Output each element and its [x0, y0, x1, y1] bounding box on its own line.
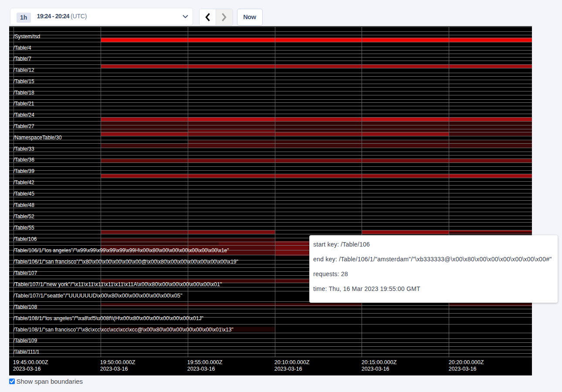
svg-text:/Table/4: /Table/4: [13, 45, 31, 51]
svg-text:/Table/21: /Table/21: [13, 101, 34, 107]
svg-text:/Table/106: /Table/106: [13, 236, 37, 242]
svg-text:/Table/27: /Table/27: [13, 123, 34, 129]
svg-text:/Table/48: /Table/48: [13, 202, 34, 208]
svg-text:/Table/55: /Table/55: [13, 225, 34, 231]
svg-text:2023-03-16: 2023-03-16: [100, 366, 128, 372]
svg-text:2023-03-16: 2023-03-16: [449, 366, 477, 372]
svg-text:2023-03-16: 2023-03-16: [187, 366, 215, 372]
svg-text:/Table/12: /Table/12: [13, 67, 34, 73]
svg-text:/Table/45: /Table/45: [13, 191, 34, 197]
svg-text:/NamespaceTable/30: /NamespaceTable/30: [13, 135, 61, 141]
svg-text:20:10:00.000Z: 20:10:00.000Z: [274, 359, 310, 365]
svg-text:/Table/33: /Table/33: [13, 146, 34, 152]
svg-text:/Table/109: /Table/109: [13, 338, 37, 344]
svg-text:/Table/42: /Table/42: [13, 179, 34, 186]
svg-text:/Table/52: /Table/52: [13, 213, 34, 220]
svg-text:/Table/108/1/"san francisco"/": /Table/108/1/"san francisco"/"\x8c\xcc\x…: [13, 327, 233, 333]
svg-text:20:15:00.000Z: 20:15:00.000Z: [362, 359, 397, 365]
svg-text:/Table/15: /Table/15: [13, 78, 34, 84]
svg-text:/System/tsd: /System/tsd: [13, 34, 40, 40]
svg-text:19:55:00.000Z: 19:55:00.000Z: [187, 359, 223, 365]
svg-text:/Table/106/1/"san francisco"/": /Table/106/1/"san francisco"/"\x80\x00\x…: [13, 259, 238, 265]
svg-text:/Table/36: /Table/36: [13, 157, 34, 163]
svg-text:/Table/108/1/"los angeles"/"\x: /Table/108/1/"los angeles"/"\xa8\xf5\u00…: [13, 315, 203, 321]
svg-text:/Table/107: /Table/107: [13, 270, 37, 276]
svg-text:20:20:00.000Z: 20:20:00.000Z: [449, 359, 484, 365]
svg-text:/Table/108: /Table/108: [13, 304, 37, 310]
svg-text:/Table/107/1/"new york"/"\x11\: /Table/107/1/"new york"/"\x11\x11\x11\x1…: [13, 281, 222, 287]
svg-text:/Table/39: /Table/39: [13, 168, 34, 174]
svg-text:2023-03-16: 2023-03-16: [362, 366, 389, 372]
svg-text:2023-03-16: 2023-03-16: [13, 366, 41, 372]
svg-text:/Table/24: /Table/24: [13, 112, 34, 118]
svg-text:19:45:00.000Z: 19:45:00.000Z: [13, 359, 48, 365]
svg-text:/Table/106/1/"los angeles"/"\x: /Table/106/1/"los angeles"/"\x99\x99\x99…: [13, 247, 229, 253]
svg-text:19:50:00.000Z: 19:50:00.000Z: [100, 359, 135, 365]
svg-text:/Table/7: /Table/7: [13, 56, 31, 62]
svg-text:/Table/107/1/"seattle"/"UUUUUU: /Table/107/1/"seattle"/"UUUUUUD\x00\x80\…: [13, 293, 182, 299]
svg-text:/Table/111/1: /Table/111/1: [13, 349, 39, 355]
svg-text:/Table/18: /Table/18: [13, 90, 34, 96]
svg-text:2023-03-16: 2023-03-16: [274, 366, 302, 372]
